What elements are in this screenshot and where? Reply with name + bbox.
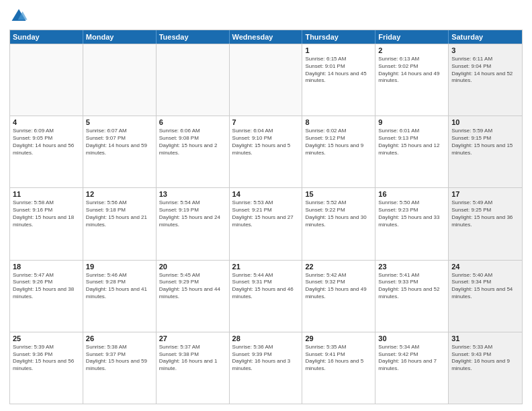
day-number: 4 <box>13 118 80 126</box>
day-info: Sunrise: 6:06 AMSunset: 9:08 PMDaylight:… <box>159 128 226 156</box>
day-info: Sunrise: 5:39 AMSunset: 9:36 PMDaylight:… <box>13 344 80 373</box>
day-info: Sunrise: 6:15 AMSunset: 9:01 PMDaylight:… <box>305 56 372 85</box>
day-number: 2 <box>378 46 445 54</box>
cal-cell-27: 27Sunrise: 5:37 AMSunset: 9:38 PMDayligh… <box>157 332 230 404</box>
cal-cell-14: 14Sunrise: 5:53 AMSunset: 9:21 PMDayligh… <box>230 188 303 259</box>
day-number: 14 <box>232 190 300 198</box>
day-info: Sunrise: 5:46 AMSunset: 9:28 PMDaylight:… <box>86 272 153 301</box>
day-info: Sunrise: 5:59 AMSunset: 9:15 PMDaylight:… <box>451 128 519 156</box>
cal-cell-12: 12Sunrise: 5:56 AMSunset: 9:18 PMDayligh… <box>83 188 157 259</box>
day-info: Sunrise: 5:34 AMSunset: 9:42 PMDaylight:… <box>378 344 445 373</box>
day-number: 23 <box>378 263 445 271</box>
day-info: Sunrise: 6:07 AMSunset: 9:07 PMDaylight:… <box>86 128 153 156</box>
day-info: Sunrise: 5:58 AMSunset: 9:16 PMDaylight:… <box>13 199 80 228</box>
day-number: 16 <box>378 190 445 198</box>
day-info: Sunrise: 5:47 AMSunset: 9:26 PMDaylight:… <box>13 272 80 301</box>
day-info: Sunrise: 5:41 AMSunset: 9:33 PMDaylight:… <box>378 272 445 301</box>
cal-cell-2: 2Sunrise: 6:13 AMSunset: 9:02 PMDaylight… <box>375 44 449 116</box>
cal-cell-13: 13Sunrise: 5:54 AMSunset: 9:19 PMDayligh… <box>157 188 230 259</box>
cal-cell-9: 9Sunrise: 6:01 AMSunset: 9:13 PMDaylight… <box>375 116 449 187</box>
cal-cell-3: 3Sunrise: 6:11 AMSunset: 9:04 PMDaylight… <box>449 44 522 116</box>
cal-cell-26: 26Sunrise: 5:38 AMSunset: 9:37 PMDayligh… <box>83 332 157 404</box>
day-info: Sunrise: 6:13 AMSunset: 9:02 PMDaylight:… <box>378 56 445 85</box>
day-info: Sunrise: 5:52 AMSunset: 9:22 PMDaylight:… <box>305 199 372 228</box>
cal-cell-empty-2 <box>157 44 230 116</box>
cal-cell-17: 17Sunrise: 5:49 AMSunset: 9:25 PMDayligh… <box>449 188 522 259</box>
day-number: 19 <box>86 263 153 271</box>
cal-cell-28: 28Sunrise: 5:36 AMSunset: 9:39 PMDayligh… <box>230 332 303 404</box>
day-number: 6 <box>159 118 226 126</box>
day-info: Sunrise: 6:09 AMSunset: 9:05 PMDaylight:… <box>13 128 80 156</box>
header-day-monday: Monday <box>83 30 157 44</box>
day-number: 20 <box>159 263 226 271</box>
week-row-2: 4Sunrise: 6:09 AMSunset: 9:05 PMDaylight… <box>10 116 522 187</box>
day-number: 11 <box>13 190 80 198</box>
day-info: Sunrise: 5:53 AMSunset: 9:21 PMDaylight:… <box>232 199 300 228</box>
day-number: 8 <box>305 118 372 126</box>
day-info: Sunrise: 5:56 AMSunset: 9:18 PMDaylight:… <box>86 199 153 228</box>
day-number: 5 <box>86 118 153 126</box>
day-info: Sunrise: 6:04 AMSunset: 9:10 PMDaylight:… <box>232 128 300 156</box>
day-number: 29 <box>305 334 372 342</box>
day-info: Sunrise: 5:35 AMSunset: 9:41 PMDaylight:… <box>305 344 372 373</box>
day-info: Sunrise: 6:02 AMSunset: 9:12 PMDaylight:… <box>305 128 372 156</box>
day-number: 18 <box>13 263 80 271</box>
day-number: 1 <box>305 46 372 54</box>
logo <box>9 7 31 26</box>
day-number: 30 <box>378 334 445 342</box>
page: SundayMondayTuesdayWednesdayThursdayFrid… <box>0 0 532 411</box>
cal-cell-15: 15Sunrise: 5:52 AMSunset: 9:22 PMDayligh… <box>302 188 375 259</box>
cal-cell-31: 31Sunrise: 5:33 AMSunset: 9:43 PMDayligh… <box>449 332 522 404</box>
day-number: 3 <box>451 46 519 54</box>
day-info: Sunrise: 5:33 AMSunset: 9:43 PMDaylight:… <box>451 344 519 373</box>
day-number: 17 <box>451 190 519 198</box>
cal-cell-30: 30Sunrise: 5:34 AMSunset: 9:42 PMDayligh… <box>375 332 449 404</box>
day-info: Sunrise: 5:38 AMSunset: 9:37 PMDaylight:… <box>86 344 153 373</box>
day-info: Sunrise: 5:37 AMSunset: 9:38 PMDaylight:… <box>159 344 226 373</box>
day-number: 7 <box>232 118 300 126</box>
header-day-sunday: Sunday <box>10 30 83 44</box>
day-number: 24 <box>451 263 519 271</box>
header-day-thursday: Thursday <box>302 30 375 44</box>
cal-cell-18: 18Sunrise: 5:47 AMSunset: 9:26 PMDayligh… <box>10 261 83 332</box>
day-info: Sunrise: 5:40 AMSunset: 9:34 PMDaylight:… <box>451 272 519 301</box>
day-info: Sunrise: 5:44 AMSunset: 9:31 PMDaylight:… <box>232 272 300 301</box>
day-number: 15 <box>305 190 372 198</box>
header-day-saturday: Saturday <box>449 30 522 44</box>
day-number: 21 <box>232 263 300 271</box>
day-info: Sunrise: 5:49 AMSunset: 9:25 PMDaylight:… <box>451 199 519 228</box>
header-day-friday: Friday <box>375 30 449 44</box>
cal-cell-4: 4Sunrise: 6:09 AMSunset: 9:05 PMDaylight… <box>10 116 83 187</box>
cal-cell-5: 5Sunrise: 6:07 AMSunset: 9:07 PMDaylight… <box>83 116 157 187</box>
cal-cell-24: 24Sunrise: 5:40 AMSunset: 9:34 PMDayligh… <box>449 261 522 332</box>
day-info: Sunrise: 5:50 AMSunset: 9:23 PMDaylight:… <box>378 199 445 228</box>
day-info: Sunrise: 5:54 AMSunset: 9:19 PMDaylight:… <box>159 199 226 228</box>
cal-cell-empty-0 <box>10 44 83 116</box>
cal-cell-10: 10Sunrise: 5:59 AMSunset: 9:15 PMDayligh… <box>449 116 522 187</box>
day-info: Sunrise: 5:36 AMSunset: 9:39 PMDaylight:… <box>232 344 300 373</box>
cal-cell-22: 22Sunrise: 5:42 AMSunset: 9:32 PMDayligh… <box>302 261 375 332</box>
day-number: 10 <box>451 118 519 126</box>
week-row-4: 18Sunrise: 5:47 AMSunset: 9:26 PMDayligh… <box>10 260 522 332</box>
day-number: 12 <box>86 190 153 198</box>
day-number: 13 <box>159 190 226 198</box>
cal-cell-20: 20Sunrise: 5:45 AMSunset: 9:29 PMDayligh… <box>157 261 230 332</box>
day-info: Sunrise: 6:11 AMSunset: 9:04 PMDaylight:… <box>451 56 519 85</box>
calendar-body: 1Sunrise: 6:15 AMSunset: 9:01 PMDaylight… <box>10 44 522 404</box>
cal-cell-8: 8Sunrise: 6:02 AMSunset: 9:12 PMDaylight… <box>302 116 375 187</box>
week-row-1: 1Sunrise: 6:15 AMSunset: 9:01 PMDaylight… <box>10 44 522 116</box>
day-info: Sunrise: 5:45 AMSunset: 9:29 PMDaylight:… <box>159 272 226 301</box>
day-number: 26 <box>86 334 153 342</box>
logo-icon <box>9 7 28 26</box>
cal-cell-6: 6Sunrise: 6:06 AMSunset: 9:08 PMDaylight… <box>157 116 230 187</box>
cal-cell-25: 25Sunrise: 5:39 AMSunset: 9:36 PMDayligh… <box>10 332 83 404</box>
cal-cell-empty-3 <box>230 44 303 116</box>
week-row-5: 25Sunrise: 5:39 AMSunset: 9:36 PMDayligh… <box>10 332 522 404</box>
day-number: 31 <box>451 334 519 342</box>
cal-cell-empty-1 <box>83 44 157 116</box>
header <box>9 7 523 26</box>
cal-cell-16: 16Sunrise: 5:50 AMSunset: 9:23 PMDayligh… <box>375 188 449 259</box>
day-info: Sunrise: 6:01 AMSunset: 9:13 PMDaylight:… <box>378 128 445 156</box>
day-number: 28 <box>232 334 300 342</box>
cal-cell-19: 19Sunrise: 5:46 AMSunset: 9:28 PMDayligh… <box>83 261 157 332</box>
